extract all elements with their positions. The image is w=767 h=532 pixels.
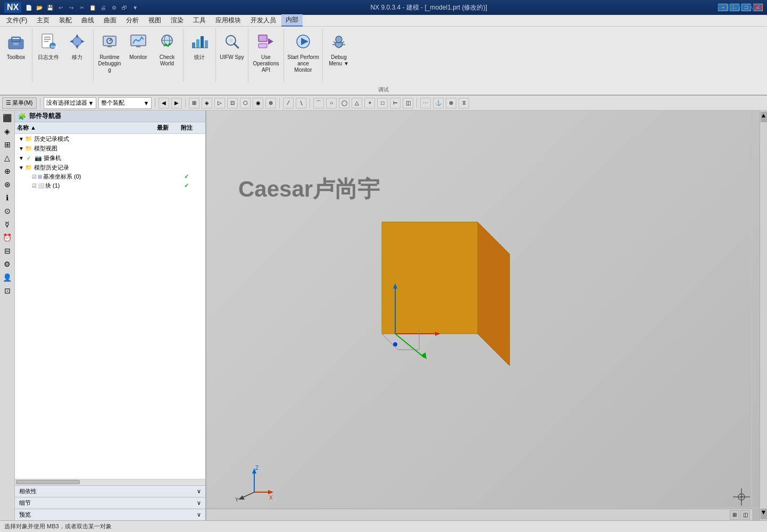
snap-icon-6[interactable]: ◫ (403, 98, 413, 108)
left-icon-12[interactable]: ⚙ (1, 258, 14, 271)
left-icon-7[interactable]: ℹ (1, 191, 14, 204)
uifw-button[interactable]: UIFW Spy (218, 29, 246, 71)
tree-row-block[interactable]: ☑ ⬜ 块 (1) ✓ (15, 181, 205, 190)
undo-icon[interactable]: ↩ (56, 3, 65, 12)
menu-analysis[interactable]: 分析 (122, 15, 143, 26)
left-icon-2[interactable]: ◈ (1, 125, 14, 138)
curve-icon-4[interactable]: △ (352, 98, 362, 108)
menu-render[interactable]: 渲染 (166, 15, 188, 26)
more-icon-2[interactable]: ⚓ (433, 98, 444, 108)
runtime-button[interactable]: RuntimeDebugging (96, 29, 123, 74)
collapse-dependencies[interactable]: 相依性 ∨ (15, 485, 205, 497)
sel-icon-2[interactable]: ◈ (202, 98, 212, 108)
tree-row-history-mode[interactable]: ▼ 📁 历史记录模式 (15, 134, 205, 143)
window-icon[interactable]: 🗗 (120, 3, 129, 12)
svg-point-9 (73, 37, 81, 46)
left-icon-10[interactable]: ⏰ (1, 231, 14, 244)
expand-model-history[interactable]: ▼ (18, 165, 24, 171)
left-icon-9[interactable]: ☿ (1, 218, 14, 231)
curve-icon-1[interactable]: ⌒ (313, 98, 324, 108)
monitor-button[interactable]: Monitor (124, 29, 152, 71)
menu-tools[interactable]: 工具 (189, 15, 210, 26)
snap-icon-1[interactable]: ∕ (283, 98, 294, 108)
svg-marker-33 (268, 38, 273, 45)
tree-row-model-view[interactable]: ▼ 📁 模型视图 (15, 143, 205, 153)
adjust-label: 调试 (378, 86, 389, 94)
settings-icon[interactable]: ⚙ (110, 3, 118, 12)
scroll-down-btn[interactable]: ▼ (761, 509, 767, 519)
left-icon-6[interactable]: ⊛ (1, 178, 14, 191)
nav-forward[interactable]: ▶ (171, 98, 182, 108)
sel-icon-3[interactable]: ▷ (214, 98, 225, 108)
sel-icon-1[interactable]: ⊞ (189, 98, 199, 108)
left-icon-1[interactable]: ⬛ (1, 112, 14, 124)
left-icon-11[interactable]: ⊟ (1, 244, 14, 257)
left-icon-13[interactable]: 👤 (1, 271, 14, 284)
menu-surface[interactable]: 曲面 (99, 15, 121, 26)
cut-icon[interactable]: ✂ (78, 3, 86, 12)
scroll-up-btn[interactable]: ▲ (761, 112, 767, 122)
tree-row-camera[interactable]: ▼ ✓ 📷 摄像机 (15, 153, 205, 163)
vp-btn-1[interactable]: ⊞ (730, 510, 739, 520)
menu-curve[interactable]: 曲线 (77, 15, 98, 26)
sel-icon-6[interactable]: ◉ (253, 98, 263, 108)
sel-icon-5[interactable]: ⬡ (240, 98, 251, 108)
collapse-preview[interactable]: 预览 ∨ (15, 509, 205, 520)
menu-developer[interactable]: 开发人员 (246, 15, 280, 26)
sel-icon-4[interactable]: ⊡ (227, 98, 238, 108)
left-icon-5[interactable]: ⊕ (1, 165, 14, 178)
snap-icon-3[interactable]: + (364, 98, 375, 108)
vp-btn-2[interactable]: ◫ (740, 510, 750, 520)
viewport[interactable]: Caesar卢尚宇 (206, 111, 760, 520)
debug-button[interactable]: DebugMenu ▼ (325, 29, 353, 71)
menu-view[interactable]: 视图 (144, 15, 165, 26)
assembly-dropdown[interactable]: 整个装配 ▼ (98, 97, 152, 109)
stats-button[interactable]: 统计 (186, 29, 213, 71)
curve-icon-2[interactable]: ○ (326, 98, 337, 108)
nav-scroll-thumb[interactable] (16, 480, 80, 484)
menu-modules[interactable]: 应用模块 (211, 15, 245, 26)
print-icon[interactable]: 🖨 (99, 3, 107, 12)
more-icon-1[interactable]: ⋯ (420, 98, 431, 108)
menu-home[interactable]: 主页 (32, 15, 54, 26)
left-icon-3[interactable]: ⊞ (1, 138, 14, 151)
useops-label: UseOperations API (252, 54, 280, 73)
menu-button[interactable]: ☰ 菜单(M) (2, 97, 37, 109)
startperf-button[interactable]: Start PerformanceMonitor (286, 29, 320, 74)
curve-icon-3[interactable]: ◯ (339, 98, 349, 108)
useops-button[interactable]: UseOperations API (251, 29, 281, 74)
toolbox-button[interactable]: Toolbox (2, 29, 30, 71)
more-icon-3[interactable]: ⊗ (446, 98, 456, 108)
menu-internal[interactable]: 内部 (281, 14, 303, 27)
tree-row-model-history[interactable]: ▼ 📁 模型历史记录 (15, 163, 205, 172)
left-icon-14[interactable]: ⊡ (1, 284, 14, 297)
expand-history[interactable]: ▼ (18, 136, 24, 142)
menu-file[interactable]: 文件(F) (2, 15, 31, 26)
dropdown-icon[interactable]: ▼ (131, 3, 139, 12)
redo-icon[interactable]: ↪ (67, 3, 76, 12)
right-scrollbar[interactable]: ▲ ▼ (760, 111, 767, 520)
expand-model-view[interactable]: ▼ (18, 146, 24, 151)
expand-camera[interactable]: ▼ (18, 155, 24, 161)
copy-icon[interactable]: 📋 (88, 3, 97, 12)
menu-assembly[interactable]: 装配 (55, 15, 76, 26)
sel-icon-7[interactable]: ⊕ (265, 98, 276, 108)
nav-scrollbar-h[interactable] (15, 479, 205, 485)
collapse-details[interactable]: 细节 ∨ (15, 497, 205, 509)
new-icon[interactable]: 📄 (24, 3, 33, 12)
move-button[interactable]: 移力 (63, 29, 91, 71)
more-icon-4[interactable]: ⧖ (458, 98, 469, 108)
snap-icon-4[interactable]: □ (377, 98, 388, 108)
save-icon[interactable]: 💾 (46, 3, 54, 12)
nav-back[interactable]: ◀ (159, 98, 169, 108)
filter-dropdown[interactable]: 没有选择过滤器 ▼ (44, 97, 97, 109)
left-icon-4[interactable]: △ (1, 151, 14, 164)
left-icon-8[interactable]: ⊙ (1, 205, 14, 217)
tree-row-datum[interactable]: ☑ ⊞ 基准坐标系 (0) ✓ (15, 172, 205, 181)
snap-icon-5[interactable]: ⊢ (390, 98, 401, 108)
logfile-button[interactable]: log 日志文件 (35, 29, 62, 71)
snap-icon-2[interactable]: ∖ (296, 98, 306, 108)
open-icon[interactable]: 📂 (35, 3, 44, 12)
checkworld-button[interactable]: CheckWorld (153, 29, 181, 71)
model-canvas (313, 190, 579, 413)
